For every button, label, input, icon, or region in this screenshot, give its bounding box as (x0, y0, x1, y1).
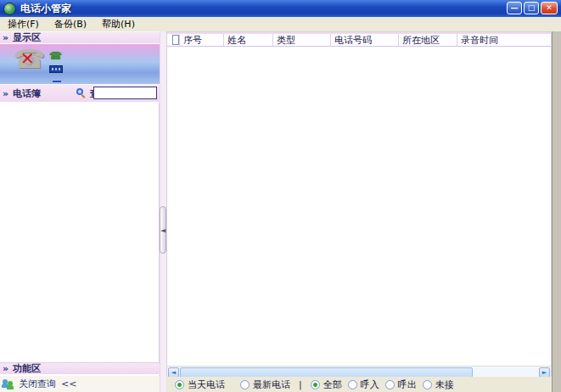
radio-all-label[interactable]: 全部 (323, 378, 342, 391)
radio-outgoing[interactable] (385, 380, 395, 389)
minimize-button[interactable]: — (507, 2, 522, 14)
menu-backup[interactable]: 备份(B) (47, 18, 94, 31)
display-section-label: 显示区 (13, 31, 41, 44)
window-title: 电话小管家 (20, 2, 71, 16)
column-header-region[interactable]: 所在地区 (398, 34, 457, 46)
filter-bar: 当天电话 最新电话 | 全部 呼入 呼出 未接 (166, 377, 561, 392)
radio-incoming[interactable] (348, 380, 357, 389)
section-header-function[interactable]: » 功能区 (0, 362, 160, 375)
close-query-label: 关闭查询 (19, 378, 56, 390)
menu-operate[interactable]: 操作(F) (0, 18, 47, 31)
phonebook-section-label: 电话簿 (13, 87, 41, 100)
column-header-name[interactable]: 姓名 (223, 34, 272, 46)
status-link-dash (53, 81, 61, 82)
search-icon (76, 88, 87, 98)
double-chevron-icon: » (3, 88, 8, 99)
radio-missed-label[interactable]: 未接 (435, 378, 454, 391)
radio-day-phone[interactable] (175, 380, 184, 389)
radio-outgoing-label[interactable]: 呼出 (398, 378, 417, 391)
phone-online-icon: ☎ (49, 51, 61, 62)
radio-latest-phone[interactable] (240, 380, 250, 389)
double-chevron-icon: » (3, 363, 8, 374)
search-input[interactable] (93, 87, 157, 99)
column-header-type[interactable]: 类型 (272, 34, 330, 46)
red-cross-icon: ✕ (20, 51, 41, 66)
device-badge-icon (49, 65, 63, 73)
window-frame-right (552, 31, 561, 392)
column-header-number[interactable]: 电话号码 (330, 34, 398, 46)
app-icon (3, 3, 16, 15)
radio-all[interactable] (311, 380, 320, 389)
title-bar: 电话小管家 — □ ✕ (0, 0, 561, 17)
maximize-button[interactable]: □ (524, 2, 539, 14)
table-header-row: 序号 姓名 类型 电话号码 所在地区 录音时间 (167, 32, 551, 47)
function-section-label: 功能区 (13, 362, 41, 375)
radio-day-phone-label[interactable]: 当天电话 (188, 378, 225, 391)
radio-missed[interactable] (423, 380, 432, 389)
collapse-chevrons: << (61, 378, 76, 389)
menu-help[interactable]: 帮助(H) (94, 18, 143, 31)
filter-separator: | (299, 379, 302, 390)
horizontal-scrollbar[interactable]: ◄ ► (167, 366, 551, 378)
menu-bar: 操作(F) 备份(B) 帮助(H) (0, 17, 561, 32)
column-header-time[interactable]: 录音时间 (457, 34, 551, 46)
radio-incoming-label[interactable]: 呼入 (361, 378, 379, 391)
select-all-cell[interactable] (167, 34, 179, 46)
close-query-button[interactable]: 关闭查询 << (0, 376, 160, 392)
users-icon (3, 379, 14, 389)
splitter-collapse-handle[interactable]: ◄ (160, 206, 166, 254)
double-chevron-icon: » (3, 32, 8, 43)
call-record-table: 序号 姓名 类型 电话号码 所在地区 录音时间 ◄ ► (166, 31, 552, 392)
radio-latest-phone-label[interactable]: 最新电话 (253, 378, 290, 391)
section-header-phonebook[interactable]: » 电话簿 查找 (0, 84, 160, 103)
column-header-index[interactable]: 序号 (179, 34, 223, 46)
section-header-display[interactable]: » 显示区 (0, 31, 160, 44)
close-button[interactable]: ✕ (541, 2, 558, 14)
select-all-checkbox[interactable] (172, 35, 179, 45)
table-body-empty (167, 47, 551, 366)
